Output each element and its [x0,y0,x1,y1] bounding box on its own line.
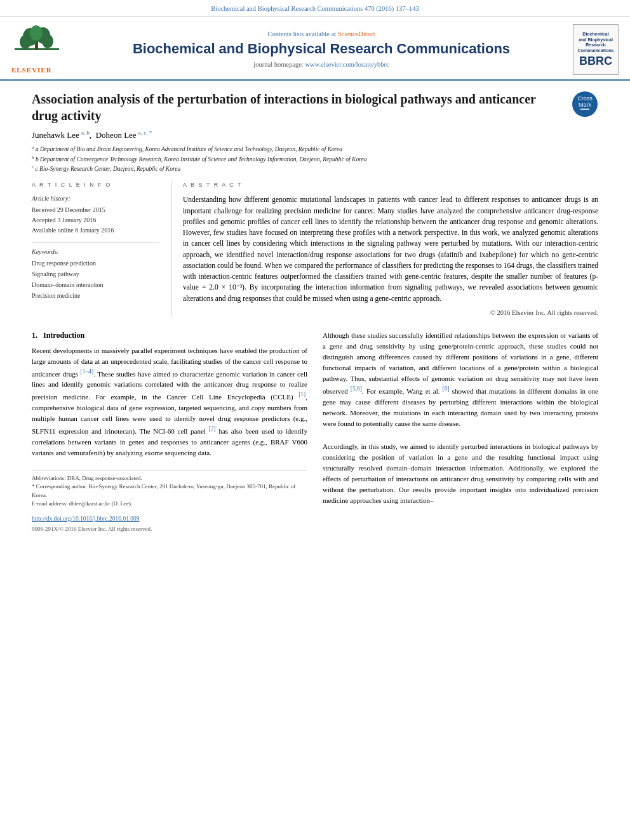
body-two-col: 1. Introduction Recent developments in m… [32,330,598,533]
article-history: Article history: Received 29 December 20… [32,194,159,236]
svg-text:Cross: Cross [577,95,593,102]
corresponding-footnote: * Corresponding author. Bio-Synergy Rese… [32,483,307,500]
body-section: 1. Introduction Recent developments in m… [32,330,598,533]
abstract-header: A B S T R A C T [183,181,598,189]
journal-header: ELSEVIER Contents lists available at Sci… [0,17,630,81]
journal-citation-bar: Biochemical and Biophysical Research Com… [0,0,630,17]
bbrc-logo-section: Biochemicaland BiophysicalResearchCommun… [561,24,619,75]
keyword-1: Drug response prediction [32,258,159,269]
abbreviations-footnote: Abbreviations: DRA, Drug response-associ… [32,474,307,483]
abstract-text: Understanding how different genomic muta… [183,194,598,304]
sciencedirect-line: Contents lists available at ScienceDirec… [81,29,561,39]
svg-point-4 [30,25,43,41]
crossmark-badge: Cross Mark [572,91,598,117]
bbrc-logo: Biochemicaland BiophysicalResearchCommun… [573,24,619,75]
keyword-4: Precision medicine [32,290,159,301]
keyword-3: Domain–domain interaction [32,279,159,290]
introduction-right-para2: Accordingly, in this study, we aimed to … [323,441,598,506]
svg-point-5 [20,35,31,49]
article-title: Association analysis of the perturbation… [32,91,564,124]
journal-citation-text: Biochemical and Biophysical Research Com… [211,5,419,12]
bbrc-abbr: BBRC [579,55,612,67]
body-left-col: 1. Introduction Recent developments in m… [32,330,307,533]
journal-full-title: Biochemical and Biophysical Research Com… [81,41,561,57]
journal-homepage-line: journal homepage: www.elsevier.com/locat… [81,60,561,69]
available-date: Available online 6 January 2016 [32,225,159,236]
article-info-header: A R T I C L E I N F O [32,181,159,189]
elsevier-tree-logo [11,23,62,58]
introduction-title: 1. Introduction [32,330,307,341]
body-right-col: Although these studies successfully iden… [323,330,598,533]
issn-copyright: 0006-291X/© 2016 Elsevier Inc. All right… [32,525,307,533]
elsevier-wordmark: ELSEVIER [11,65,81,76]
authors-line: Junehawk Lee a, b, Doheon Lee a, c, * [32,129,598,142]
main-content: Association analysis of the perturbation… [0,81,630,543]
doi-anchor[interactable]: http://dx.doi.org/10.1016/j.bbrc.2016.01… [32,516,140,522]
svg-point-6 [42,34,53,48]
keywords-section: Keywords: Drug response prediction Signa… [32,248,159,302]
history-label: Article history: [32,194,159,204]
footnotes: Abbreviations: DRA, Drug response-associ… [32,470,307,509]
email-footnote: E-mail address: dhlee@kaist.ac.kr (D. Le… [32,500,307,509]
received-date: Received 29 December 2015 [32,205,159,215]
abstract-col: A B S T R A C T Understanding how differ… [171,181,598,317]
keyword-2: Signaling pathway [32,269,159,279]
affiliations: a a Department of Bio and Brain Engineer… [32,144,598,173]
journal-title-section: Contents lists available at ScienceDirec… [81,29,561,70]
introduction-right-para1: Although these studies successfully iden… [323,330,598,429]
article-title-section: Association analysis of the perturbation… [32,91,598,124]
svg-text:Mark: Mark [579,102,591,108]
doi-link[interactable]: http://dx.doi.org/10.1016/j.bbrc.2016.01… [32,515,307,524]
accepted-date: Accepted 3 January 2016 [32,215,159,225]
introduction-left-para1: Recent developments in massively paralle… [32,345,307,458]
sciencedirect-link[interactable]: ScienceDirect [338,30,375,37]
keywords-label: Keywords: [32,248,159,257]
copyright-line: © 2016 Elsevier Inc. All rights reserved… [183,308,598,317]
elsevier-logo-section: ELSEVIER [11,23,81,76]
info-abstract-section: A R T I C L E I N F O Article history: R… [32,181,598,317]
journal-homepage-link[interactable]: www.elsevier.com/locate/ybbrc [305,61,389,68]
article-info-col: A R T I C L E I N F O Article history: R… [32,181,171,317]
divider [32,242,159,243]
